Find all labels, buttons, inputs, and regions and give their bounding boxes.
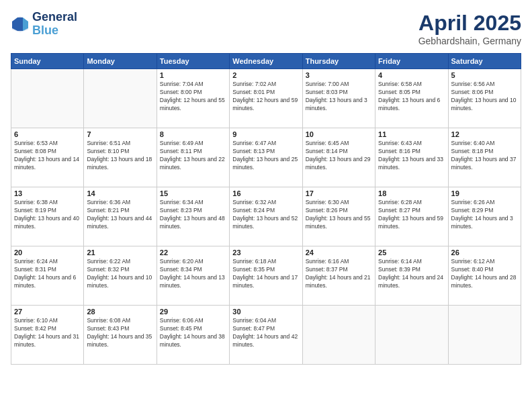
day-number: 15	[160, 189, 226, 197]
calendar-day-cell: 8Sunrise: 6:49 AMSunset: 8:11 PMDaylight…	[157, 128, 229, 187]
title-block: April 2025 Gebhardshain, Germany	[418, 11, 521, 46]
calendar-day-cell	[302, 306, 375, 365]
calendar-day-cell: 15Sunrise: 6:34 AMSunset: 8:23 PMDayligh…	[157, 187, 229, 246]
calendar-table: Sunday Monday Tuesday Wednesday Thursday…	[11, 53, 521, 365]
calendar-day-cell: 4Sunrise: 6:58 AMSunset: 8:05 PMDaylight…	[375, 69, 448, 128]
day-number: 5	[451, 71, 518, 79]
day-info: Sunrise: 6:45 AMSunset: 8:14 PMDaylight:…	[306, 140, 372, 172]
calendar-day-cell: 29Sunrise: 6:06 AMSunset: 8:45 PMDayligh…	[157, 306, 229, 365]
day-number: 2	[232, 71, 299, 79]
day-number: 8	[160, 130, 226, 138]
calendar-day-cell	[84, 69, 157, 128]
day-number: 9	[232, 130, 299, 138]
col-thursday: Thursday	[302, 54, 375, 69]
main-title: April 2025	[418, 11, 521, 36]
calendar-week-row: 6Sunrise: 6:53 AMSunset: 8:08 PMDaylight…	[11, 128, 521, 187]
calendar-day-cell: 17Sunrise: 6:30 AMSunset: 8:26 PMDayligh…	[302, 187, 375, 246]
calendar-day-cell: 21Sunrise: 6:22 AMSunset: 8:32 PMDayligh…	[84, 246, 157, 306]
day-info: Sunrise: 6:24 AMSunset: 8:31 PMDaylight:…	[14, 258, 81, 290]
day-info: Sunrise: 6:26 AMSunset: 8:29 PMDaylight:…	[451, 199, 518, 231]
calendar-day-cell: 11Sunrise: 6:43 AMSunset: 8:16 PMDayligh…	[375, 128, 448, 187]
calendar-day-cell: 9Sunrise: 6:47 AMSunset: 8:13 PMDaylight…	[230, 128, 302, 187]
calendar-day-cell: 25Sunrise: 6:14 AMSunset: 8:39 PMDayligh…	[375, 246, 448, 306]
calendar-day-cell	[375, 306, 448, 365]
calendar-day-cell: 6Sunrise: 6:53 AMSunset: 8:08 PMDaylight…	[11, 128, 84, 187]
day-info: Sunrise: 6:16 AMSunset: 8:37 PMDaylight:…	[306, 258, 372, 290]
day-number: 14	[87, 189, 153, 197]
col-saturday: Saturday	[448, 54, 521, 69]
day-info: Sunrise: 6:28 AMSunset: 8:27 PMDaylight:…	[378, 199, 445, 231]
day-info: Sunrise: 6:38 AMSunset: 8:19 PMDaylight:…	[14, 199, 81, 231]
day-number: 3	[306, 71, 372, 79]
svg-marker-2	[12, 17, 23, 31]
calendar-day-cell: 10Sunrise: 6:45 AMSunset: 8:14 PMDayligh…	[302, 128, 375, 187]
day-info: Sunrise: 6:43 AMSunset: 8:16 PMDaylight:…	[378, 140, 445, 172]
day-number: 29	[160, 308, 226, 316]
calendar-day-cell: 27Sunrise: 6:10 AMSunset: 8:42 PMDayligh…	[11, 306, 84, 365]
day-info: Sunrise: 6:22 AMSunset: 8:32 PMDaylight:…	[87, 258, 153, 290]
calendar-day-cell: 20Sunrise: 6:24 AMSunset: 8:31 PMDayligh…	[11, 246, 84, 306]
day-info: Sunrise: 6:20 AMSunset: 8:34 PMDaylight:…	[160, 258, 226, 290]
day-number: 1	[160, 71, 226, 79]
calendar-day-cell: 30Sunrise: 6:04 AMSunset: 8:47 PMDayligh…	[230, 306, 302, 365]
calendar-day-cell: 12Sunrise: 6:40 AMSunset: 8:18 PMDayligh…	[448, 128, 521, 187]
calendar-week-row: 13Sunrise: 6:38 AMSunset: 8:19 PMDayligh…	[11, 187, 521, 246]
day-number: 10	[306, 130, 372, 138]
day-info: Sunrise: 6:49 AMSunset: 8:11 PMDaylight:…	[160, 140, 226, 172]
day-info: Sunrise: 6:58 AMSunset: 8:05 PMDaylight:…	[378, 81, 445, 113]
day-info: Sunrise: 6:36 AMSunset: 8:21 PMDaylight:…	[87, 199, 153, 231]
logo-text: General Blue	[32, 11, 77, 38]
col-sunday: Sunday	[11, 54, 84, 69]
col-monday: Monday	[84, 54, 157, 69]
logo: General Blue	[11, 11, 77, 38]
col-tuesday: Tuesday	[157, 54, 229, 69]
day-info: Sunrise: 6:12 AMSunset: 8:40 PMDaylight:…	[451, 258, 518, 290]
day-info: Sunrise: 7:00 AMSunset: 8:03 PMDaylight:…	[306, 81, 372, 113]
day-number: 20	[14, 248, 81, 257]
day-info: Sunrise: 6:32 AMSunset: 8:24 PMDaylight:…	[232, 199, 299, 231]
calendar-day-cell	[448, 306, 521, 365]
calendar-day-cell: 1Sunrise: 7:04 AMSunset: 8:00 PMDaylight…	[157, 69, 229, 128]
calendar-day-cell: 3Sunrise: 7:00 AMSunset: 8:03 PMDaylight…	[302, 69, 375, 128]
day-number: 23	[232, 248, 299, 257]
day-number: 17	[306, 189, 372, 197]
calendar-day-cell: 13Sunrise: 6:38 AMSunset: 8:19 PMDayligh…	[11, 187, 84, 246]
day-info: Sunrise: 6:51 AMSunset: 8:10 PMDaylight:…	[87, 140, 153, 172]
day-info: Sunrise: 6:14 AMSunset: 8:39 PMDaylight:…	[378, 258, 445, 290]
calendar-day-cell: 7Sunrise: 6:51 AMSunset: 8:10 PMDaylight…	[84, 128, 157, 187]
day-info: Sunrise: 6:56 AMSunset: 8:06 PMDaylight:…	[451, 81, 518, 113]
day-number: 27	[14, 308, 81, 316]
day-info: Sunrise: 7:02 AMSunset: 8:01 PMDaylight:…	[232, 81, 299, 113]
calendar-day-cell: 26Sunrise: 6:12 AMSunset: 8:40 PMDayligh…	[448, 246, 521, 306]
subtitle: Gebhardshain, Germany	[418, 36, 521, 46]
day-info: Sunrise: 6:34 AMSunset: 8:23 PMDaylight:…	[160, 199, 226, 231]
day-number: 18	[378, 189, 445, 197]
calendar-day-cell: 22Sunrise: 6:20 AMSunset: 8:34 PMDayligh…	[157, 246, 229, 306]
day-info: Sunrise: 6:04 AMSunset: 8:47 PMDaylight:…	[232, 317, 299, 349]
day-number: 16	[232, 189, 299, 197]
header: General Blue April 2025 Gebhardshain, Ge…	[11, 11, 521, 46]
calendar-day-cell: 16Sunrise: 6:32 AMSunset: 8:24 PMDayligh…	[230, 187, 302, 246]
day-info: Sunrise: 6:08 AMSunset: 8:43 PMDaylight:…	[87, 317, 153, 349]
day-number: 30	[232, 308, 299, 316]
day-number: 26	[451, 248, 518, 257]
page: General Blue April 2025 Gebhardshain, Ge…	[0, 0, 532, 411]
day-number: 6	[14, 130, 81, 138]
day-info: Sunrise: 6:30 AMSunset: 8:26 PMDaylight:…	[306, 199, 372, 231]
calendar-day-cell	[11, 69, 84, 128]
day-number: 7	[87, 130, 153, 138]
calendar-day-cell: 14Sunrise: 6:36 AMSunset: 8:21 PMDayligh…	[84, 187, 157, 246]
day-info: Sunrise: 6:10 AMSunset: 8:42 PMDaylight:…	[14, 317, 81, 349]
day-number: 13	[14, 189, 81, 197]
calendar-week-row: 20Sunrise: 6:24 AMSunset: 8:31 PMDayligh…	[11, 246, 521, 306]
calendar-day-cell: 19Sunrise: 6:26 AMSunset: 8:29 PMDayligh…	[448, 187, 521, 246]
day-number: 19	[451, 189, 518, 197]
day-number: 28	[87, 308, 153, 316]
col-friday: Friday	[375, 54, 448, 69]
day-number: 4	[378, 71, 445, 79]
day-info: Sunrise: 6:53 AMSunset: 8:08 PMDaylight:…	[14, 140, 81, 172]
day-info: Sunrise: 7:04 AMSunset: 8:00 PMDaylight:…	[160, 81, 226, 113]
calendar-day-cell: 5Sunrise: 6:56 AMSunset: 8:06 PMDaylight…	[448, 69, 521, 128]
day-info: Sunrise: 6:06 AMSunset: 8:45 PMDaylight:…	[160, 317, 226, 349]
calendar-day-cell: 2Sunrise: 7:02 AMSunset: 8:01 PMDaylight…	[230, 69, 302, 128]
